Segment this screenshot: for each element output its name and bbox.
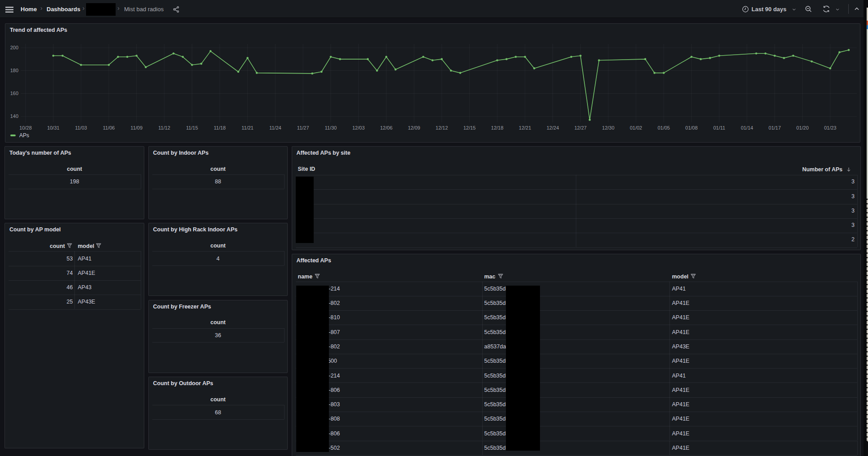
svg-text:12/30: 12/30 [602,125,615,130]
svg-text:10/28: 10/28 [19,125,32,130]
svg-text:01/05: 01/05 [657,125,670,130]
svg-text:160: 160 [10,91,18,96]
svg-text:01/08: 01/08 [685,125,698,130]
svg-text:11/30: 11/30 [325,125,337,130]
svg-text:12/09: 12/09 [408,125,420,130]
svg-text:10/31: 10/31 [47,125,60,130]
svg-text:12/21: 12/21 [519,125,531,130]
svg-text:12/03: 12/03 [352,125,365,130]
svg-text:11/24: 11/24 [269,125,281,130]
svg-text:180: 180 [10,68,18,73]
svg-text:11/12: 11/12 [158,125,170,130]
svg-text:11/21: 11/21 [242,125,254,130]
svg-text:11/09: 11/09 [130,125,143,130]
svg-text:01/17: 01/17 [769,125,781,130]
svg-text:11/18: 11/18 [214,125,226,130]
svg-text:01/20: 01/20 [796,125,809,130]
svg-text:12/06: 12/06 [380,125,393,130]
svg-text:11/27: 11/27 [297,125,309,130]
svg-text:11/06: 11/06 [103,125,115,130]
svg-text:200: 200 [10,45,18,50]
svg-text:140: 140 [10,113,18,119]
svg-text:01/11: 01/11 [713,125,725,130]
svg-text:12/12: 12/12 [436,125,448,130]
svg-text:12/24: 12/24 [547,125,559,130]
svg-text:01/02: 01/02 [630,125,642,130]
svg-text:12/18: 12/18 [491,125,504,130]
svg-text:12/15: 12/15 [463,125,476,130]
svg-text:01/14: 01/14 [741,125,753,130]
svg-text:11/03: 11/03 [75,125,87,130]
svg-text:12/27: 12/27 [574,125,587,130]
svg-text:11/15: 11/15 [186,125,198,130]
svg-text:01/23: 01/23 [824,125,837,130]
